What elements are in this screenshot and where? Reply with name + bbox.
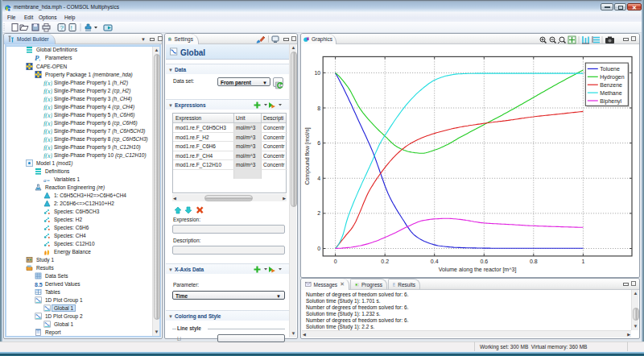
svg-text:8.5: 8.5: [35, 282, 43, 288]
svg-text:f(x): f(x): [43, 119, 52, 126]
svg-text:f(x): f(x): [43, 103, 52, 110]
svg-text:!: !: [71, 24, 72, 31]
svg-text:2: 2: [317, 210, 320, 216]
svg-text:?: ?: [60, 24, 64, 31]
svg-text:0.6: 0.6: [480, 259, 488, 264]
svg-text:f(x): f(x): [43, 111, 52, 118]
svg-text:f(x): f(x): [43, 87, 52, 94]
svg-text:f(x): f(x): [43, 95, 52, 102]
svg-text:0.2: 0.2: [381, 259, 389, 264]
svg-text:Biphenyl: Biphenyl: [600, 98, 621, 105]
svg-text:f(x): f(x): [43, 143, 52, 151]
svg-text:Hydrogen: Hydrogen: [600, 74, 624, 81]
svg-text:f(x): f(x): [43, 135, 52, 143]
svg-text:i: i: [39, 58, 41, 61]
svg-text:10: 10: [314, 70, 320, 76]
svg-text:Benzene: Benzene: [600, 82, 622, 88]
svg-text:4: 4: [317, 176, 320, 181]
svg-text:Methane: Methane: [600, 90, 621, 96]
svg-text:6: 6: [317, 140, 320, 146]
svg-text:0.8: 0.8: [530, 259, 538, 264]
svg-text:Volume along the reactor [m^3]: Volume along the reactor [m^3]: [439, 267, 517, 273]
svg-text:a=: a=: [43, 176, 51, 183]
svg-text:0: 0: [334, 259, 337, 264]
svg-text:f(x): f(x): [43, 79, 52, 86]
svg-text:f(x): f(x): [43, 151, 52, 159]
svg-text:Compound flow [mol/s]: Compound flow [mol/s]: [304, 127, 311, 184]
svg-text:0: 0: [317, 246, 320, 251]
svg-text:Toluene: Toluene: [600, 66, 620, 72]
svg-text:0.4: 0.4: [431, 259, 439, 264]
svg-text:1: 1: [581, 259, 584, 264]
svg-text:f(x): f(x): [43, 127, 52, 135]
svg-text:8: 8: [317, 106, 320, 111]
